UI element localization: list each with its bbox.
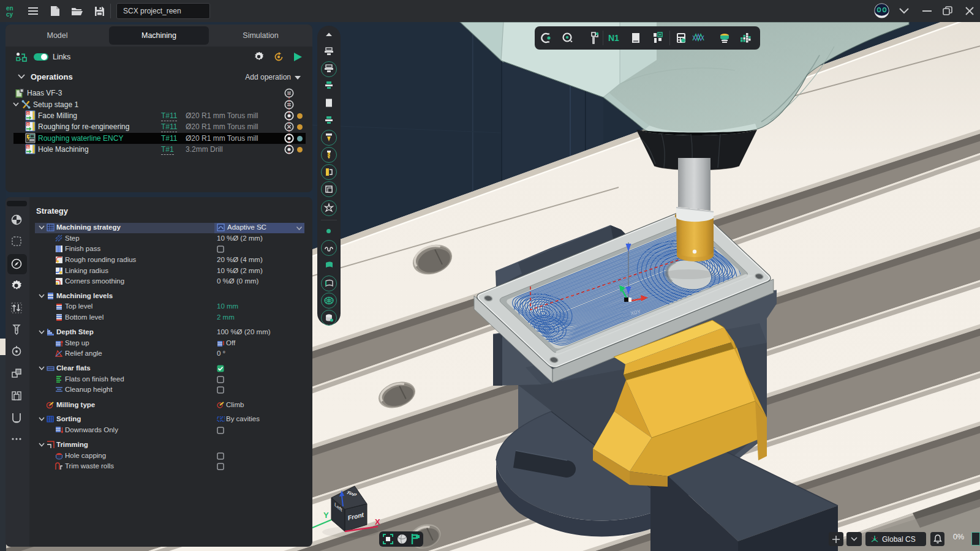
- svg-text:G: G: [27, 145, 30, 149]
- svg-text:G: G: [27, 111, 30, 115]
- svg-text:Y: Y: [323, 511, 329, 520]
- svg-text:G: G: [27, 122, 30, 126]
- svg-text:X: X: [375, 517, 380, 527]
- svg-text:cy: cy: [6, 11, 13, 18]
